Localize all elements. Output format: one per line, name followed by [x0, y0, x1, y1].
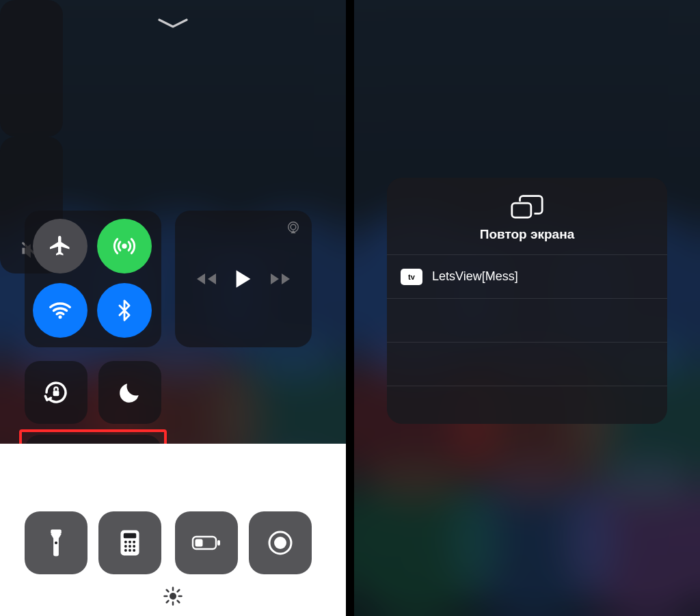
device-name: LetsView[Mess]: [432, 269, 518, 284]
airplane-mode-toggle[interactable]: [33, 219, 88, 273]
device-list: tv LetsView[Mess]: [387, 254, 667, 424]
svg-rect-21: [196, 539, 203, 547]
svg-point-24: [274, 537, 286, 549]
battery-icon: [191, 534, 222, 552]
svg-point-18: [129, 549, 131, 552]
previous-track-button[interactable]: [195, 271, 218, 287]
low-power-mode-toggle[interactable]: [175, 511, 238, 574]
record-icon: [267, 529, 294, 557]
svg-point-17: [124, 549, 127, 552]
svg-point-19: [133, 549, 135, 552]
media-controls-group: [175, 211, 312, 347]
do-not-disturb-toggle[interactable]: [98, 361, 161, 424]
flashlight-button[interactable]: [25, 511, 88, 574]
play-button[interactable]: [234, 269, 253, 289]
screen-record-button[interactable]: [249, 511, 312, 574]
orientation-lock-icon: [42, 378, 70, 407]
svg-rect-10: [124, 533, 136, 538]
cellular-data-toggle[interactable]: [97, 219, 152, 273]
svg-rect-4: [53, 390, 59, 396]
orientation-lock-toggle[interactable]: [25, 361, 88, 424]
device-row-empty: [387, 386, 667, 424]
screen-mirroring-picker-screenshot: Повтор экрана tv LetsView[Mess]: [354, 0, 700, 616]
screen-mirroring-picker: Повтор экрана tv LetsView[Mess]: [387, 178, 667, 424]
calculator-button[interactable]: [98, 511, 161, 574]
svg-point-0: [122, 243, 126, 248]
svg-point-16: [133, 545, 135, 548]
svg-point-13: [133, 541, 135, 544]
svg-point-1: [58, 315, 62, 319]
device-row-empty: [387, 342, 667, 386]
picker-title: Повтор экрана: [480, 227, 574, 242]
screen-mirroring-icon: [509, 193, 546, 222]
svg-point-15: [129, 545, 131, 548]
bluetooth-icon: [113, 299, 136, 322]
device-row[interactable]: tv LetsView[Mess]: [387, 254, 667, 298]
cellular-icon: [111, 232, 138, 260]
svg-rect-7: [51, 530, 62, 534]
control-center-screenshot: Повтор экрана: [0, 0, 346, 616]
svg-rect-25: [512, 203, 531, 217]
next-track-button[interactable]: [269, 271, 292, 287]
brightness-slider[interactable]: [0, 0, 63, 137]
bluetooth-toggle[interactable]: [97, 283, 152, 338]
wifi-toggle[interactable]: [33, 283, 88, 338]
apple-tv-icon: tv: [401, 269, 422, 285]
svg-point-12: [129, 541, 131, 544]
device-row-empty: [387, 298, 667, 342]
calculator-icon: [119, 528, 141, 557]
airplay-audio-icon[interactable]: [286, 220, 301, 235]
wifi-icon: [47, 297, 73, 323]
airplane-icon: [48, 234, 72, 258]
svg-point-11: [124, 541, 127, 544]
dismiss-chevron[interactable]: [152, 16, 193, 30]
connectivity-group: [25, 211, 161, 347]
svg-point-3: [291, 224, 296, 230]
flashlight-icon: [48, 528, 64, 558]
moon-icon: [117, 379, 143, 405]
svg-point-8: [55, 541, 57, 544]
svg-rect-22: [217, 540, 220, 546]
svg-point-14: [124, 545, 127, 548]
